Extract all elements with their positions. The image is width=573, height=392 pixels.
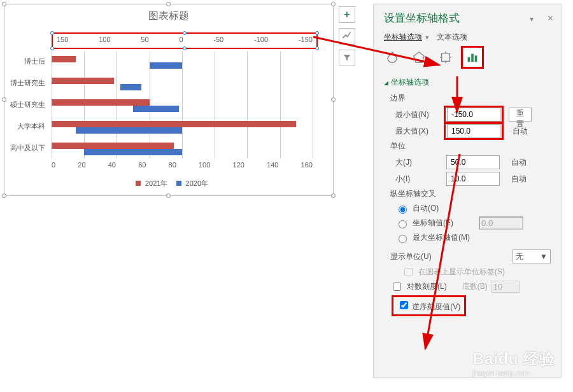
bar-2020[interactable] (120, 84, 141, 90)
cross-auto-radio[interactable] (399, 206, 407, 214)
max-input[interactable] (447, 124, 500, 138)
x-tick: 80 (169, 161, 176, 169)
sec-tick: -100 (254, 36, 268, 43)
sec-tick: -50 (213, 36, 223, 43)
close-icon[interactable]: × (548, 13, 553, 24)
minor-label: 小(I) (395, 174, 439, 185)
effects-icon[interactable] (411, 49, 427, 66)
section-axis-options[interactable]: 坐标轴选项 (384, 77, 551, 88)
log-base-label: 底数(B) (462, 281, 488, 292)
category-label: 博士研究生 (0, 78, 45, 88)
legend-label: 2021年 (145, 179, 167, 187)
minor-input[interactable] (446, 172, 500, 186)
panel-title: 设置坐标轴格式 (384, 11, 460, 25)
bar-2020[interactable] (84, 149, 182, 155)
log-scale-label: 对数刻度(L) (407, 281, 447, 292)
brush-icon (342, 31, 352, 41)
format-axis-panel: 设置坐标轴格式 ▾ × 坐标轴选项 ▼ 文本选项 坐标轴选项 边界 最小值(N (373, 4, 562, 378)
min-label: 最小值(N) (395, 109, 439, 120)
x-tick: 100 (199, 161, 210, 169)
svg-rect-2 (468, 57, 470, 62)
max-label: 最大值(X) (395, 126, 439, 137)
sec-tick: -150 (299, 36, 313, 43)
svg-marker-0 (414, 52, 425, 63)
svg-rect-3 (471, 54, 474, 62)
bar-2021[interactable] (52, 78, 114, 84)
chevron-down-icon: ▼ (540, 252, 548, 261)
bar-2021[interactable] (52, 56, 76, 62)
x-tick: 60 (138, 161, 146, 169)
svg-rect-1 (442, 53, 450, 62)
chart-filter-button[interactable] (339, 50, 355, 66)
chart-elements-button[interactable]: + (339, 6, 355, 23)
fill-line-icon[interactable] (384, 49, 400, 66)
svg-rect-4 (475, 55, 478, 62)
bounds-label: 边界 (390, 93, 551, 104)
bar-2020[interactable] (150, 62, 182, 69)
crosses-label: 纵坐标轴交叉 (390, 188, 551, 199)
cross-max-radio[interactable] (399, 235, 407, 243)
legend-label: 2020年 (186, 179, 208, 187)
x-tick: 20 (78, 161, 85, 169)
auto-label: 自动 (509, 126, 532, 137)
secondary-axis-ticks: 150 100 50 0 -50 -100 -150 (53, 36, 316, 43)
bar-2021[interactable] (52, 121, 296, 127)
cross-value-input (479, 216, 523, 230)
legend[interactable]: 2021年 2020年 (4, 179, 333, 188)
sec-tick: 50 (141, 36, 148, 43)
auto-label: 自动 (507, 157, 530, 168)
x-tick: 0 (52, 161, 55, 169)
size-properties-icon[interactable] (437, 49, 454, 66)
cross-auto-label: 自动(O) (413, 203, 439, 214)
cross-value-radio[interactable] (399, 220, 407, 228)
auto-label: 自动 (507, 174, 530, 185)
legend-swatch-2021 (136, 181, 141, 186)
bar-2020[interactable] (133, 106, 179, 112)
log-base-input (492, 281, 520, 293)
reset-button[interactable]: 重置 (509, 108, 532, 122)
category-label: 博士后 (0, 57, 45, 66)
major-input[interactable] (446, 155, 500, 169)
display-units-label: 显示单位(U) (390, 251, 448, 262)
primary-axis-ticks: 0 20 40 60 80 100 120 140 160 (52, 161, 313, 169)
secondary-axis[interactable]: 150 100 50 0 -50 -100 -150 (52, 32, 318, 49)
reverse-order-label: 逆序刻度值(V) (412, 302, 460, 311)
cross-max-label: 最大坐标轴值(M) (413, 232, 470, 243)
sec-tick: 0 (179, 36, 183, 43)
show-units-checkbox (404, 268, 413, 276)
panel-menu-dropdown[interactable]: ▾ (530, 15, 534, 24)
chart-title[interactable]: 图表标题 (4, 10, 333, 23)
bar-2021[interactable] (52, 143, 174, 149)
chart-object[interactable]: 图表标题 150 100 50 0 -50 -100 -150 博士后 (4, 4, 334, 196)
cross-value-label: 坐标轴值(E) (413, 218, 453, 228)
show-units-label: 在图表上显示单位标签(S) (418, 267, 505, 277)
axis-options-icon[interactable] (464, 49, 481, 66)
sec-tick: 100 (99, 36, 110, 43)
tab-axis-options[interactable]: 坐标轴选项 (384, 32, 422, 41)
funnel-icon (343, 53, 351, 62)
category-label: 大学本科 (0, 122, 45, 131)
sec-tick: 150 (57, 36, 68, 43)
min-input[interactable] (447, 108, 500, 122)
display-units-select[interactable]: 无 ▼ (513, 249, 551, 263)
chart-styles-button[interactable] (339, 28, 355, 45)
x-tick: 120 (233, 161, 244, 169)
legend-swatch-2020 (176, 181, 181, 186)
log-scale-checkbox[interactable] (393, 283, 401, 291)
x-tick: 140 (267, 161, 278, 169)
tab-text-options[interactable]: 文本选项 (437, 32, 467, 41)
plot-area[interactable]: 博士后 博士研究生 硕士研究生 大学本科 高中及以下 (52, 52, 313, 158)
reverse-order-checkbox[interactable] (400, 301, 408, 309)
major-label: 大(J) (395, 157, 439, 168)
display-units-value: 无 (516, 251, 523, 262)
bar-2020[interactable] (76, 127, 182, 134)
x-tick: 160 (301, 161, 313, 169)
category-label: 硕士研究生 (0, 100, 45, 109)
units-label: 单位 (390, 141, 551, 151)
bar-2021[interactable] (52, 99, 150, 106)
category-label: 高中及以下 (0, 143, 45, 153)
x-tick: 40 (108, 161, 116, 169)
